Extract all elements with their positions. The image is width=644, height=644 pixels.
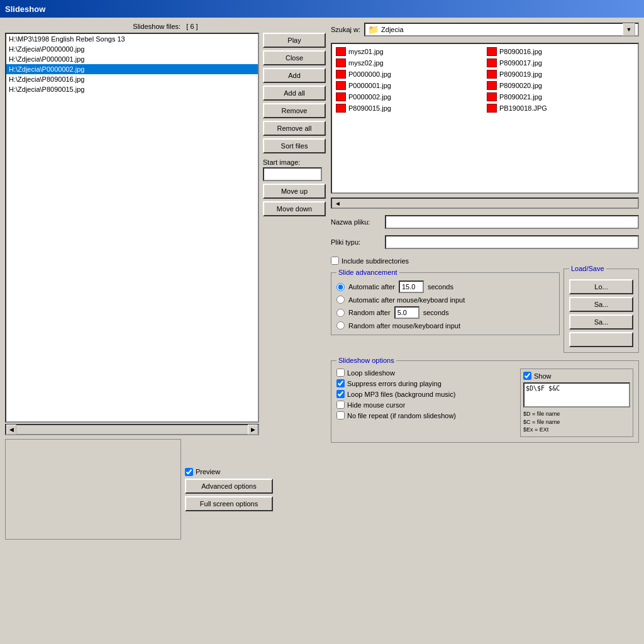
no-repeat-label[interactable]: No file repeat (if random slideshow) [336,411,515,419]
window-title: Slideshow [5,4,45,14]
move-down-button[interactable]: Move down [263,201,326,216]
save1-button[interactable]: Sa... [569,297,633,312]
file-browser-name: P8090015.jpg [348,104,391,112]
show-checkbox[interactable] [523,372,531,380]
auto-after-radio[interactable] [336,283,345,291]
filetype-input[interactable]: All files (*.*) [385,235,639,249]
random-after-suffix: seconds [423,309,449,316]
filetype-label: Pliki typu: [331,238,381,246]
filename-label: Nazwa pliku: [331,218,381,226]
file-browser-item[interactable]: PB190018.JPG [486,103,635,113]
file-browser-item[interactable]: mysz02.jpg [335,58,484,68]
load-button[interactable]: Lo... [569,279,633,294]
horizontal-scrollbar[interactable]: ◀ ▶ [5,424,259,435]
file-thumb-icon [487,47,497,56]
play-button[interactable]: Play [263,33,326,48]
auto-after-suffix: seconds [428,283,453,291]
file-list-item[interactable]: H:\Zdjecia\P8090016.jpg [6,74,258,84]
auto-mouse-radio[interactable] [336,296,345,304]
folder-dropdown-btn[interactable]: ▼ [623,23,635,36]
file-browser[interactable]: mysz01.jpgP8090016.jpgmysz02.jpgP8090017… [331,43,639,194]
load-save-title: Load/Save [569,265,606,272]
full-screen-options-button[interactable]: Full screen options [185,496,273,511]
move-up-button[interactable]: Move up [263,184,326,199]
file-browser-item[interactable]: P8090021.jpg [486,92,635,102]
include-subdir-checkbox[interactable] [331,257,339,265]
remove-all-button[interactable]: Remove all [263,121,326,136]
list-and-buttons: H:\MP3\1998 English Rebel Songs 13H:\Zdj… [5,33,326,423]
hide-cursor-checkbox[interactable] [336,401,345,409]
add-all-button[interactable]: Add all [263,86,326,101]
file-browser-item[interactable]: P8090020.jpg [486,80,635,91]
preview-checkbox-label[interactable]: Preview [185,468,273,476]
close-button[interactable]: Close [263,50,326,65]
file-browser-item[interactable]: P8090019.jpg [486,69,635,79]
file-list-item[interactable]: H:\MP3\1998 English Rebel Songs 13 [6,34,258,44]
auto-after-row: Automatic after seconds [336,280,554,293]
filename-input[interactable] [385,215,639,229]
loop-mp3-label[interactable]: Loop MP3 files (background music) [336,390,515,398]
show-row: Show [523,372,630,380]
file-browser-item[interactable]: P0000000.jpg [335,69,484,79]
folder-select[interactable]: 📁 Zdjecia ▼ [364,23,639,36]
file-browser-item[interactable]: mysz01.jpg [335,47,484,57]
file-browser-name: mysz01.jpg [348,48,384,55]
start-image-label: Start image: [263,158,326,166]
suppress-errors-label[interactable]: Suppress errors during playing [336,379,515,387]
file-thumb-icon [487,70,497,79]
file-list-item[interactable]: H:\Zdjecia\P8090015.jpg [6,84,258,94]
file-list-item[interactable]: H:\Zdjecia\P0000001.jpg [6,54,258,64]
file-browser-item[interactable]: P0000001.jpg [335,80,484,91]
no-repeat-text: No file repeat (if random slideshow) [347,412,456,419]
random-after-label: Random after [348,309,391,316]
file-thumb-icon [336,81,346,90]
add-button[interactable]: Add [263,68,326,83]
file-thumb-icon [336,70,346,79]
loop-slideshow-label[interactable]: Loop slideshow [336,369,515,377]
file-thumb-icon [487,92,497,101]
file-list-item[interactable]: H:\Zdjecia\P0000002.jpg [6,64,258,74]
file-thumb-icon [487,58,497,67]
advanced-options-button[interactable]: Advanced options [185,479,273,494]
show-text-area[interactable]: $D\$F $&C [523,382,630,408]
scroll-right-btn[interactable]: ▶ [248,425,258,435]
save2-button[interactable]: Sa... [569,314,633,330]
file-browser-name: P8090020.jpg [499,82,542,89]
file-browser-name: P8090019.jpg [499,70,542,78]
file-browser-name: P8090017.jpg [499,59,542,67]
file-browser-item[interactable]: P8090015.jpg [335,103,484,113]
slide-adv-title: Slide advancement [336,269,399,276]
auto-seconds-input[interactable] [399,280,424,293]
auto-mouse-row: Automatic after mouse/keyboard input [336,296,554,304]
random-seconds-input[interactable] [394,306,419,319]
random-mouse-radio[interactable] [336,321,345,330]
hide-cursor-text: Hide mouse cursor [347,401,405,409]
file-list-item[interactable]: H:\Zdjecia\P0000000.jpg [6,44,258,54]
random-after-radio[interactable] [336,309,345,317]
blank-button[interactable] [569,332,633,347]
sort-files-button[interactable]: Sort files [263,138,326,153]
file-list[interactable]: H:\MP3\1998 English Rebel Songs 13H:\Zdj… [5,33,259,423]
scroll-left-btn[interactable]: ◀ [6,425,16,435]
main-area: Slideshow files: [ 6 ] H:\MP3\1998 Engli… [5,23,639,639]
preview-label: Preview [196,468,220,475]
start-image-input[interactable]: 1 [263,167,322,181]
loop-slideshow-checkbox[interactable] [336,369,345,377]
file-thumb-icon [336,92,346,101]
suppress-errors-checkbox[interactable] [336,379,345,387]
random-mouse-row: Random after mouse/keyboard input [336,321,554,330]
loop-mp3-checkbox[interactable] [336,390,345,398]
load-save-group: Load/Save Lo... Sa... Sa... [564,269,639,353]
no-repeat-checkbox[interactable] [336,411,345,419]
remove-button[interactable]: Remove [263,103,326,118]
folder-name: Zdjecia [381,26,620,33]
file-thumb-icon [487,104,497,113]
file-browser-item[interactable]: P8090017.jpg [486,58,635,68]
file-browser-item[interactable]: P8090016.jpg [486,47,635,57]
preview-checkbox[interactable] [185,468,193,476]
file-browser-item[interactable]: P0000002.jpg [335,92,484,102]
browser-scrollbar[interactable]: ◄ [331,197,639,209]
options-right: Show $D\$F $&C $D = file name $C = file … [520,369,633,437]
slide-adv-content: Automatic after seconds Automatic after … [336,280,554,330]
hide-cursor-label[interactable]: Hide mouse cursor [336,401,515,409]
